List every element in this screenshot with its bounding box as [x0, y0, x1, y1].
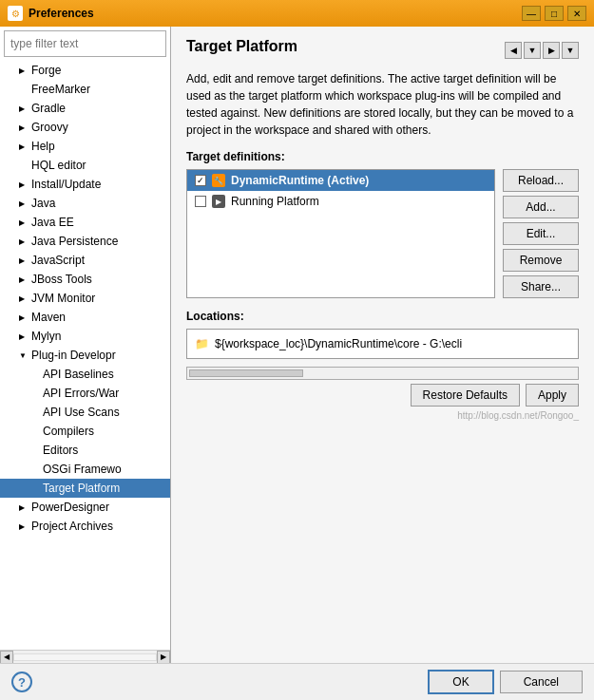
target-run-icon: ▶	[212, 195, 225, 208]
tree-arrow: ▼	[19, 351, 29, 360]
target-area: 🔧 DynamicRuntime (Active) ▶ Running Plat…	[186, 169, 579, 298]
tree-item-compilers[interactable]: Compilers	[0, 422, 170, 441]
tree-arrow: ▶	[19, 503, 29, 512]
help-button[interactable]: ?	[11, 672, 32, 692]
cancel-button[interactable]: Cancel	[500, 671, 583, 693]
tree-arrow: ▶	[19, 313, 29, 322]
window-controls: — □ ✕	[522, 6, 586, 21]
tree-item-java-ee[interactable]: ▶ Java EE	[0, 213, 170, 232]
tree-item-label: PowerDesigner	[31, 501, 109, 514]
share-button[interactable]: Share...	[503, 275, 579, 298]
add-button[interactable]: Add...	[503, 196, 579, 218]
close-button[interactable]: ✕	[567, 6, 586, 21]
main-container: ▶ Forge FreeMarker ▶ Gradle ▶ Groovy ▶	[0, 27, 594, 700]
tree-item-label: OSGi Framewo	[43, 463, 122, 476]
edit-button[interactable]: Edit...	[503, 222, 579, 245]
apply-button[interactable]: Apply	[526, 384, 579, 407]
panel-header: Target Platform ◀ ▼ ▶ ▼	[186, 38, 579, 63]
tree-item-java-persistence[interactable]: ▶ Java Persistence	[0, 232, 170, 251]
tree-item-help[interactable]: ▶ Help	[0, 137, 170, 156]
tree-item-gradle[interactable]: ▶ Gradle	[0, 99, 170, 118]
tree-item-java[interactable]: ▶ Java	[0, 194, 170, 213]
tree-arrow: ▶	[19, 522, 29, 531]
tree-item-api-errors[interactable]: API Errors/War	[0, 384, 170, 403]
tree-item-label: JavaScript	[31, 254, 85, 267]
location-list: 📁 ${workspace_loc}\DynamicRuntime\core -…	[186, 329, 579, 359]
tree-item-label: API Baselines	[43, 368, 114, 381]
tree-item-label: Forge	[31, 64, 61, 77]
scroll-track	[13, 653, 157, 661]
description-text: Add, edit and remove target definitions.…	[186, 70, 579, 139]
tree-item-jboss-tools[interactable]: ▶ JBoss Tools	[0, 270, 170, 289]
nav-forward-button[interactable]: ▶	[543, 42, 560, 59]
target-list-item-running[interactable]: ▶ Running Platform	[187, 191, 494, 212]
tree-item-label: JVM Monitor	[31, 292, 95, 305]
tree-item-plugin-develop[interactable]: ▼ Plug-in Developr	[0, 346, 170, 365]
tree-item-power-designer[interactable]: ▶ PowerDesigner	[0, 498, 170, 517]
tree-item-osgi-framework[interactable]: OSGi Framewo	[0, 460, 170, 479]
tree-item-project-archives[interactable]: ▶ Project Archives	[0, 517, 170, 536]
location-scrollbar[interactable]	[186, 367, 579, 380]
tree-item-api-baselines[interactable]: API Baselines	[0, 365, 170, 384]
tree-item-mylyn[interactable]: ▶ Mylyn	[0, 327, 170, 346]
navigation-buttons: ◀ ▼ ▶ ▼	[505, 42, 579, 59]
reload-button[interactable]: Reload...	[503, 169, 579, 192]
tree-item-groovy[interactable]: ▶ Groovy	[0, 118, 170, 137]
content-area: ▶ Forge FreeMarker ▶ Gradle ▶ Groovy ▶	[0, 27, 594, 663]
tree-item-editors[interactable]: Editors	[0, 441, 170, 460]
target-definitions-list: 🔧 DynamicRuntime (Active) ▶ Running Plat…	[186, 169, 495, 298]
tree-item-label: Install/Update	[31, 178, 101, 191]
tree-item-javascript[interactable]: ▶ JavaScript	[0, 251, 170, 270]
tree-item-label: FreeMarker	[31, 83, 90, 96]
tree-item-hql-editor[interactable]: HQL editor	[0, 156, 170, 175]
location-text: ${workspace_loc}\DynamicRuntime\core - G…	[215, 337, 462, 350]
watermark: http://blog.csdn.net/Rongoo_	[186, 410, 579, 421]
bottom-bar: ? OK Cancel	[0, 663, 594, 700]
tree-arrow: ▶	[19, 142, 29, 151]
tree-item-label: Project Archives	[31, 520, 113, 533]
tree-item-label: HQL editor	[31, 159, 86, 172]
minimize-button[interactable]: —	[522, 6, 541, 21]
tree-arrow: ▶	[19, 218, 29, 227]
scrollbar-thumb[interactable]	[189, 369, 303, 377]
folder-icon: 📁	[195, 337, 209, 350]
nav-dropdown-button[interactable]: ▼	[562, 42, 579, 59]
target-item-name-running: Running Platform	[231, 195, 319, 208]
panel-title: Target Platform	[186, 38, 297, 55]
target-item-name-dynamic: DynamicRuntime (Active)	[231, 174, 369, 187]
tree-item-label: Java Persistence	[31, 235, 118, 248]
tree-item-jvm-monitor[interactable]: ▶ JVM Monitor	[0, 289, 170, 308]
tree-scroll: ▶ Forge FreeMarker ▶ Gradle ▶ Groovy ▶	[0, 61, 170, 650]
ok-button[interactable]: OK	[428, 670, 493, 694]
tree-item-label: API Use Scans	[43, 406, 120, 419]
restore-defaults-button[interactable]: Restore Defaults	[411, 384, 520, 407]
title-bar: ⚙ Preferences — □ ✕	[0, 0, 594, 27]
tree-arrow: ▶	[19, 256, 29, 265]
target-checkbox-dynamic[interactable]	[195, 175, 206, 186]
target-list-item-dynamic[interactable]: 🔧 DynamicRuntime (Active)	[187, 170, 494, 191]
tree-item-maven[interactable]: ▶ Maven	[0, 308, 170, 327]
tree-item-freemarker[interactable]: FreeMarker	[0, 80, 170, 99]
tree-item-label: Help	[31, 140, 55, 153]
tree-arrow: ▶	[19, 180, 29, 189]
locations-section: Locations: 📁 ${workspace_loc}\DynamicRun…	[186, 310, 579, 359]
tree-item-target-platform[interactable]: Target Platform	[0, 479, 170, 498]
search-input[interactable]	[4, 30, 166, 57]
tree-item-label: Editors	[43, 444, 78, 457]
target-checkbox-running[interactable]	[195, 196, 206, 207]
tree-item-label: Plug-in Developr	[31, 349, 116, 362]
maximize-button[interactable]: □	[545, 6, 564, 21]
tree-arrow: ▶	[19, 332, 29, 341]
scroll-right-button[interactable]: ▶	[157, 651, 170, 664]
tree-item-api-use-scans[interactable]: API Use Scans	[0, 403, 170, 422]
tree-item-label: Groovy	[31, 121, 68, 134]
nav-back-button[interactable]: ◀	[505, 42, 522, 59]
target-action-buttons: Reload... Add... Edit... Remove Share...	[503, 169, 579, 298]
tree-item-forge[interactable]: ▶ Forge	[0, 61, 170, 80]
tree-item-install-update[interactable]: ▶ Install/Update	[0, 175, 170, 194]
scroll-left-button[interactable]: ◀	[0, 651, 13, 664]
remove-button[interactable]: Remove	[503, 249, 579, 272]
nav-down-button[interactable]: ▼	[524, 42, 541, 59]
left-panel: ▶ Forge FreeMarker ▶ Gradle ▶ Groovy ▶	[0, 27, 171, 663]
tree-item-label: Compilers	[43, 425, 94, 438]
